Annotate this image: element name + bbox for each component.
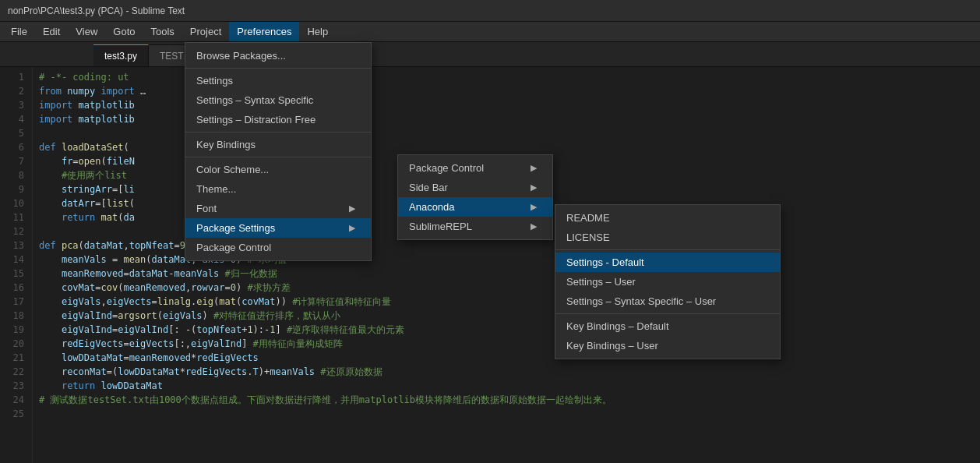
package-settings-label: Package Settings [196, 222, 275, 234]
pkg-control-arrow: ▶ [531, 163, 537, 173]
anaconda-submenu: README LICENSE Settings - Default Settin… [555, 204, 781, 359]
menu-tools[interactable]: Tools [143, 22, 182, 41]
preferences-dropdown: Browse Packages... Settings Settings – S… [185, 42, 372, 261]
anaconda-sep-1 [555, 249, 780, 250]
side-bar-label: Side Bar [409, 182, 448, 193]
editor: 12345 678910 1112131415 1617181920 21222… [0, 67, 980, 463]
code-line-6: def loadDataSet( [39, 140, 974, 154]
license-item[interactable]: LICENSE [555, 228, 780, 247]
menu-project[interactable]: Project [182, 22, 229, 41]
line-numbers: 12345 678910 1112131415 1617181920 21222… [0, 67, 33, 463]
package-settings-submenu: Package Control ▶ Side Bar ▶ Anaconda ▶ … [397, 154, 553, 240]
pkg-control-item[interactable]: Package Control ▶ [398, 158, 552, 178]
code-line-18: eigValInd=argsort(eigVals) #对特征值进行排序，默认从… [39, 309, 974, 323]
anaconda-sep-2 [555, 313, 780, 314]
code-line-5 [39, 126, 974, 140]
settings-syntax-user-item[interactable]: Settings – Syntax Specific – User [555, 292, 780, 311]
code-line-15: meanRemoved=dataMat-meanVals #归一化数据 [39, 267, 974, 281]
code-line-1: # -*- coding: ut [39, 70, 974, 84]
font-arrow: ▶ [349, 203, 355, 214]
package-settings-item[interactable]: Package Settings ▶ [185, 218, 371, 238]
sublime-repl-item[interactable]: SublimeREPL ▶ [398, 217, 552, 236]
title-bar: nonPro\PCA\test3.py (PCA) - Sublime Text [0, 0, 980, 22]
menu-edit[interactable]: Edit [35, 22, 68, 41]
code-line-24: # 测试数据testSet.txt由1000个数据点组成。下面对数据进行降维，并… [39, 393, 974, 407]
anaconda-arrow: ▶ [531, 202, 537, 212]
settings-syntax-item[interactable]: Settings – Syntax Specific [185, 90, 371, 110]
code-line-22: reconMat=(lowDDataMat*redEigVects.T)+mea… [39, 365, 974, 379]
theme-item[interactable]: Theme... [185, 179, 371, 199]
code-line-20: redEigVects=eigVects[:,eigValInd] #用特征向量… [39, 337, 974, 351]
code-line-2: from numpy import … [39, 84, 974, 98]
separator-2 [185, 132, 371, 133]
code-line-13: def pca(dataMat,topNfeat=9999999): #topN… [39, 239, 974, 253]
package-settings-arrow: ▶ [349, 223, 355, 233]
readme-item[interactable]: README [555, 208, 780, 228]
code-line-4: import matplotlib [39, 112, 974, 126]
menu-help[interactable]: Help [299, 22, 336, 41]
tab-test3-label: test3.py [104, 51, 137, 62]
tab-test3[interactable]: test3.py [93, 44, 149, 66]
menu-goto[interactable]: Goto [105, 22, 143, 41]
menu-bar: File Edit View Goto Tools Project Prefer… [0, 22, 980, 42]
pkg-control-label: Package Control [409, 162, 484, 174]
sublime-repl-label: SublimeREPL [409, 221, 472, 232]
side-bar-arrow: ▶ [531, 182, 537, 193]
anaconda-label: Anaconda [409, 201, 455, 213]
side-bar-item[interactable]: Side Bar ▶ [398, 178, 552, 197]
menu-preferences[interactable]: Preferences [229, 22, 299, 41]
code-line-23: return lowDDataMat [39, 379, 974, 393]
package-control-item[interactable]: Package Control [185, 238, 371, 257]
anaconda-item[interactable]: Anaconda ▶ [398, 197, 552, 217]
tab-bar: ◀ ▶ test3.py TEST1.py ✕ [0, 42, 980, 67]
separator-1 [185, 68, 371, 69]
code-line-21: lowDDataMat=meanRemoved*redEigVects [39, 351, 974, 365]
code-line-16: covMat=cov(meanRemoved,rowvar=0) #求协方差 [39, 281, 974, 295]
key-bindings-default-item[interactable]: Key Bindings – Default [555, 316, 780, 336]
settings-distraction-item[interactable]: Settings – Distraction Free [185, 110, 371, 129]
code-line-17: eigVals,eigVects=linalg.eig(mat(covMat))… [39, 295, 974, 309]
font-item[interactable]: Font ▶ [185, 199, 371, 218]
key-bindings-item[interactable]: Key Bindings [185, 135, 371, 154]
code-line-25 [39, 407, 974, 421]
browse-packages-item[interactable]: Browse Packages... [185, 46, 371, 65]
font-label: Font [196, 203, 217, 214]
menu-view[interactable]: View [68, 22, 105, 41]
code-line-19: eigValInd=eigValInd[: -(topNfeat+1):-1] … [39, 323, 974, 337]
settings-default-item[interactable]: Settings - Default [555, 253, 780, 272]
sublime-repl-arrow: ▶ [531, 221, 537, 231]
color-scheme-item[interactable]: Color Scheme... [185, 160, 371, 179]
settings-user-item[interactable]: Settings – User [555, 272, 780, 292]
menu-file[interactable]: File [3, 22, 35, 41]
code-area: # -*- coding: ut from numpy import … imp… [33, 67, 980, 463]
separator-3 [185, 157, 371, 157]
title-text: nonPro\PCA\test3.py (PCA) - Sublime Text [8, 5, 185, 16]
settings-item[interactable]: Settings [185, 71, 371, 90]
code-line-14: meanVals = mean(dataMat, axis=0) # 求均值 [39, 253, 974, 267]
code-line-3: import matplotlib [39, 98, 974, 112]
key-bindings-user-item[interactable]: Key Bindings – User [555, 336, 780, 355]
